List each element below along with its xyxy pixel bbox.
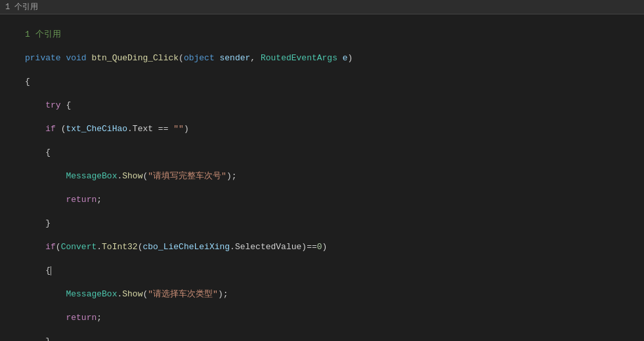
code-editor: 1 个引用 xyxy=(0,0,644,341)
code-line-try: try { xyxy=(25,100,644,111)
code-line-ret2: return; xyxy=(25,312,644,324)
code-line-cb2: } xyxy=(25,336,644,341)
line-numbers xyxy=(0,17,25,341)
code-line-ob2: { xyxy=(25,147,644,159)
top-bar: 1 个引用 xyxy=(0,0,644,14)
code-line-method: private void btn_QueDing_Click(object se… xyxy=(25,52,644,64)
code-line-ref: 1 个引用 xyxy=(25,29,644,41)
code-line-if1: if (txt_CheCiHao.Text == "") xyxy=(25,123,644,135)
code-line-if2: if(Convert.ToInt32(cbo_LieCheLeiXing.Sel… xyxy=(25,241,644,253)
code-line-cb1: } xyxy=(25,218,644,230)
code-content[interactable]: 1 个引用 private void btn_QueDing_Click(obj… xyxy=(25,17,644,341)
ref-count: 1 个引用 xyxy=(5,3,38,12)
code-line-msg1: MessageBox.Show("请填写完整车次号"); xyxy=(25,170,644,182)
code-line-msg2: MessageBox.Show("请选择车次类型"); xyxy=(25,289,644,300)
code-area: 1 个引用 private void btn_QueDing_Click(obj… xyxy=(0,14,644,341)
code-line-ob: { xyxy=(25,76,644,88)
code-line-ret1: return; xyxy=(25,194,644,206)
code-line-ob3: { xyxy=(25,265,644,277)
